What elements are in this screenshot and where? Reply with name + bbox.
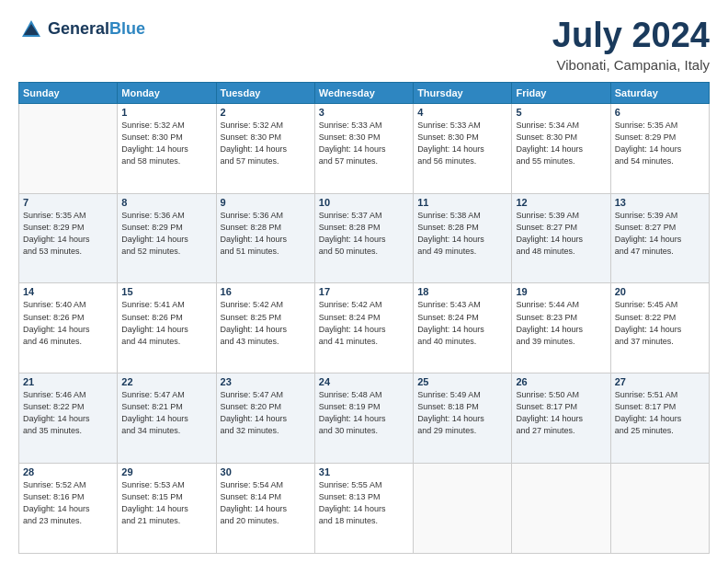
day-number: 27 <box>615 376 705 387</box>
calendar-cell: 28Sunrise: 5:52 AM Sunset: 8:16 PM Dayli… <box>19 464 118 554</box>
day-number: 5 <box>516 107 606 118</box>
day-number: 23 <box>221 376 311 387</box>
day-number: 25 <box>417 376 507 387</box>
day-info: Sunrise: 5:32 AM Sunset: 8:30 PM Dayligh… <box>221 120 311 167</box>
page: GeneralBlue July 2024 Vibonati, Campania… <box>0 0 728 563</box>
day-info: Sunrise: 5:36 AM Sunset: 8:29 PM Dayligh… <box>121 210 211 258</box>
day-info: Sunrise: 5:50 AM Sunset: 8:17 PM Dayligh… <box>516 389 606 437</box>
day-info: Sunrise: 5:43 AM Sunset: 8:24 PM Dayligh… <box>417 299 507 347</box>
day-number: 26 <box>516 376 606 387</box>
calendar-cell: 8Sunrise: 5:36 AM Sunset: 8:29 PM Daylig… <box>118 193 216 283</box>
day-number: 11 <box>417 197 507 208</box>
day-info: Sunrise: 5:33 AM Sunset: 8:30 PM Dayligh… <box>319 120 409 167</box>
day-number: 24 <box>319 376 409 387</box>
title-block: July 2024 Vibonati, Campania, Italy <box>552 17 710 73</box>
day-info: Sunrise: 5:33 AM Sunset: 8:30 PM Dayligh… <box>417 120 507 167</box>
calendar-week-4: 21Sunrise: 5:46 AM Sunset: 8:22 PM Dayli… <box>19 373 710 464</box>
day-number: 8 <box>121 197 211 208</box>
calendar-cell: 2Sunrise: 5:32 AM Sunset: 8:30 PM Daylig… <box>216 103 314 193</box>
calendar-cell <box>414 464 512 554</box>
day-number: 18 <box>417 286 507 297</box>
calendar-cell: 25Sunrise: 5:49 AM Sunset: 8:18 PM Dayli… <box>414 373 512 464</box>
day-info: Sunrise: 5:38 AM Sunset: 8:28 PM Dayligh… <box>417 210 507 258</box>
calendar-cell: 20Sunrise: 5:45 AM Sunset: 8:22 PM Dayli… <box>610 283 709 373</box>
day-number: 17 <box>319 286 409 297</box>
day-info: Sunrise: 5:51 AM Sunset: 8:17 PM Dayligh… <box>615 389 705 437</box>
day-info: Sunrise: 5:42 AM Sunset: 8:24 PM Dayligh… <box>319 299 409 347</box>
calendar-cell <box>512 464 610 554</box>
weekday-header-saturday: Saturday <box>610 82 709 103</box>
weekday-header-thursday: Thursday <box>414 82 512 103</box>
calendar-cell: 31Sunrise: 5:55 AM Sunset: 8:13 PM Dayli… <box>314 464 413 554</box>
day-info: Sunrise: 5:36 AM Sunset: 8:28 PM Dayligh… <box>221 210 311 258</box>
calendar-cell: 13Sunrise: 5:39 AM Sunset: 8:27 PM Dayli… <box>610 193 709 283</box>
calendar-cell: 6Sunrise: 5:35 AM Sunset: 8:29 PM Daylig… <box>610 103 709 193</box>
day-info: Sunrise: 5:47 AM Sunset: 8:21 PM Dayligh… <box>121 389 211 437</box>
calendar-cell: 4Sunrise: 5:33 AM Sunset: 8:30 PM Daylig… <box>414 103 512 193</box>
day-number: 2 <box>221 107 311 118</box>
day-info: Sunrise: 5:49 AM Sunset: 8:18 PM Dayligh… <box>417 389 507 437</box>
calendar-cell: 29Sunrise: 5:53 AM Sunset: 8:15 PM Dayli… <box>118 464 216 554</box>
calendar-cell: 16Sunrise: 5:42 AM Sunset: 8:25 PM Dayli… <box>216 283 314 373</box>
day-info: Sunrise: 5:47 AM Sunset: 8:20 PM Dayligh… <box>221 389 311 437</box>
calendar-cell: 24Sunrise: 5:48 AM Sunset: 8:19 PM Dayli… <box>314 373 413 464</box>
day-info: Sunrise: 5:55 AM Sunset: 8:13 PM Dayligh… <box>319 479 409 527</box>
day-number: 30 <box>221 466 311 477</box>
calendar-cell: 3Sunrise: 5:33 AM Sunset: 8:30 PM Daylig… <box>314 103 413 193</box>
calendar-cell: 30Sunrise: 5:54 AM Sunset: 8:14 PM Dayli… <box>216 464 314 554</box>
month-title: July 2024 <box>552 17 710 55</box>
calendar-cell: 18Sunrise: 5:43 AM Sunset: 8:24 PM Dayli… <box>414 283 512 373</box>
logo: GeneralBlue <box>18 17 145 42</box>
day-number: 6 <box>615 107 705 118</box>
day-info: Sunrise: 5:46 AM Sunset: 8:22 PM Dayligh… <box>23 389 113 437</box>
calendar-week-1: 1Sunrise: 5:32 AM Sunset: 8:30 PM Daylig… <box>19 103 710 193</box>
calendar-cell: 5Sunrise: 5:34 AM Sunset: 8:30 PM Daylig… <box>512 103 610 193</box>
calendar-week-2: 7Sunrise: 5:35 AM Sunset: 8:29 PM Daylig… <box>19 193 710 283</box>
day-number: 21 <box>23 376 113 387</box>
day-info: Sunrise: 5:44 AM Sunset: 8:23 PM Dayligh… <box>516 299 606 347</box>
calendar-cell: 14Sunrise: 5:40 AM Sunset: 8:26 PM Dayli… <box>19 283 118 373</box>
svg-marker-1 <box>24 24 39 35</box>
day-info: Sunrise: 5:45 AM Sunset: 8:22 PM Dayligh… <box>615 299 705 347</box>
day-number: 20 <box>615 286 705 297</box>
day-info: Sunrise: 5:54 AM Sunset: 8:14 PM Dayligh… <box>221 479 311 527</box>
calendar-cell: 7Sunrise: 5:35 AM Sunset: 8:29 PM Daylig… <box>19 193 118 283</box>
weekday-header-wednesday: Wednesday <box>314 82 413 103</box>
weekday-header-row: SundayMondayTuesdayWednesdayThursdayFrid… <box>19 82 710 103</box>
weekday-header-sunday: Sunday <box>19 82 118 103</box>
day-info: Sunrise: 5:53 AM Sunset: 8:15 PM Dayligh… <box>121 479 211 527</box>
calendar-cell: 19Sunrise: 5:44 AM Sunset: 8:23 PM Dayli… <box>512 283 610 373</box>
day-info: Sunrise: 5:37 AM Sunset: 8:28 PM Dayligh… <box>319 210 409 258</box>
calendar-cell: 15Sunrise: 5:41 AM Sunset: 8:26 PM Dayli… <box>118 283 216 373</box>
calendar-cell: 22Sunrise: 5:47 AM Sunset: 8:21 PM Dayli… <box>118 373 216 464</box>
day-number: 19 <box>516 286 606 297</box>
logo-text-line1: GeneralBlue <box>48 20 145 39</box>
day-number: 10 <box>319 197 409 208</box>
calendar-cell <box>610 464 709 554</box>
calendar-cell: 10Sunrise: 5:37 AM Sunset: 8:28 PM Dayli… <box>314 193 413 283</box>
calendar-cell: 12Sunrise: 5:39 AM Sunset: 8:27 PM Dayli… <box>512 193 610 283</box>
calendar-cell: 9Sunrise: 5:36 AM Sunset: 8:28 PM Daylig… <box>216 193 314 283</box>
weekday-header-monday: Monday <box>118 82 216 103</box>
calendar-cell: 26Sunrise: 5:50 AM Sunset: 8:17 PM Dayli… <box>512 373 610 464</box>
calendar-cell: 21Sunrise: 5:46 AM Sunset: 8:22 PM Dayli… <box>19 373 118 464</box>
weekday-header-friday: Friday <box>512 82 610 103</box>
calendar-week-3: 14Sunrise: 5:40 AM Sunset: 8:26 PM Dayli… <box>19 283 710 373</box>
day-info: Sunrise: 5:48 AM Sunset: 8:19 PM Dayligh… <box>319 389 409 437</box>
header: GeneralBlue July 2024 Vibonati, Campania… <box>18 17 710 73</box>
day-number: 28 <box>23 466 113 477</box>
day-info: Sunrise: 5:39 AM Sunset: 8:27 PM Dayligh… <box>516 210 606 258</box>
location-title: Vibonati, Campania, Italy <box>552 57 710 73</box>
calendar-cell: 23Sunrise: 5:47 AM Sunset: 8:20 PM Dayli… <box>216 373 314 464</box>
logo-icon <box>18 17 44 42</box>
day-info: Sunrise: 5:32 AM Sunset: 8:30 PM Dayligh… <box>121 120 211 167</box>
calendar-cell: 1Sunrise: 5:32 AM Sunset: 8:30 PM Daylig… <box>118 103 216 193</box>
day-number: 16 <box>221 286 311 297</box>
day-number: 9 <box>221 197 311 208</box>
day-info: Sunrise: 5:52 AM Sunset: 8:16 PM Dayligh… <box>23 479 113 527</box>
day-number: 29 <box>121 466 211 477</box>
day-number: 31 <box>319 466 409 477</box>
weekday-header-tuesday: Tuesday <box>216 82 314 103</box>
day-info: Sunrise: 5:35 AM Sunset: 8:29 PM Dayligh… <box>23 210 113 258</box>
day-number: 15 <box>121 286 211 297</box>
